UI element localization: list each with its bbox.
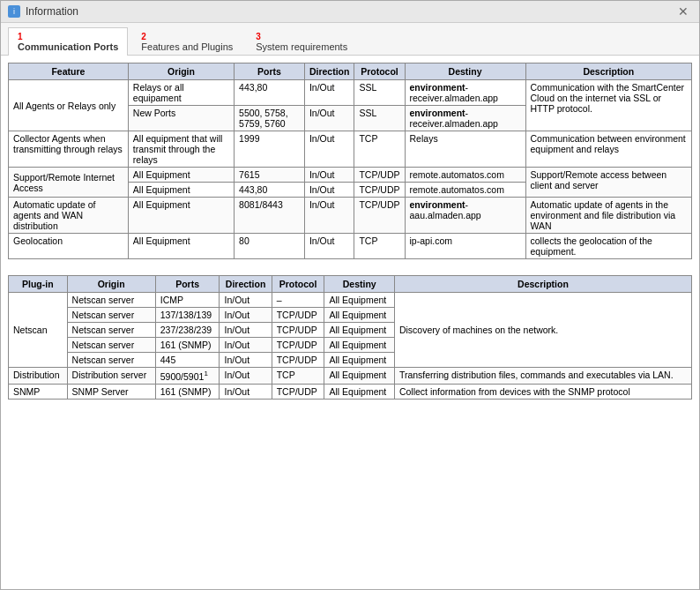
origin-cell: All equipment that will transmit through… — [128, 131, 234, 168]
protocol-cell: TCP/UDP — [272, 384, 324, 399]
destiny-cell: remote.automatos.com — [405, 168, 525, 183]
protocol-cell: TCP/UDP — [272, 338, 324, 353]
table-row: Netscan Netscan server ICMP In/Out – All… — [9, 293, 692, 308]
close-button[interactable]: ✕ — [674, 4, 692, 19]
protocol-cell: TCP/UDP — [354, 198, 405, 234]
description-cell: Transferring distribution files, command… — [394, 368, 691, 385]
tab-system[interactable]: 3 System requirements — [246, 27, 357, 56]
ports-cell: 80 — [235, 234, 305, 259]
protocol-cell: TCP/UDP — [354, 183, 405, 198]
pcol-destiny: Destiny — [324, 276, 394, 293]
protocol-cell: TCP/UDP — [272, 308, 324, 323]
ports-cell: 5900/59011 — [155, 368, 220, 385]
feature-cell: Geolocation — [9, 234, 129, 259]
protocol-cell: TCP — [354, 234, 405, 259]
protocol-cell: TCP — [272, 368, 324, 385]
ports-cell: 161 (SNMP) — [155, 384, 220, 399]
pcol-protocol: Protocol — [272, 276, 324, 293]
origin-cell: Netscan server — [67, 323, 155, 338]
feature-cell: Collector Agents when transmitting throu… — [9, 131, 129, 168]
origin-cell: SNMP Server — [67, 384, 155, 399]
plugin-cell: Netscan — [9, 293, 68, 368]
title-bar: i Information ✕ — [1, 1, 699, 23]
direction-cell: In/Out — [304, 183, 354, 198]
destiny-cell: All Equipment — [324, 293, 394, 308]
destiny-cell: All Equipment — [324, 338, 394, 353]
pcol-plugin: Plug-in — [9, 276, 68, 293]
description-cell: collects the geolocation of the equipmen… — [525, 234, 691, 259]
col-protocol: Protocol — [354, 63, 405, 80]
tab-label-1: Communication Ports — [18, 41, 118, 52]
table-row: Automatic update of agents and WAN distr… — [9, 198, 692, 234]
table-row: Geolocation All Equipment 80 In/Out TCP … — [9, 234, 692, 259]
direction-cell: In/Out — [220, 293, 272, 308]
direction-cell: In/Out — [220, 368, 272, 385]
direction-cell: In/Out — [304, 80, 354, 106]
window-title: Information — [26, 5, 78, 18]
table-row: SNMP SNMP Server 161 (SNMP) In/Out TCP/U… — [9, 384, 692, 399]
table-row: Collector Agents when transmitting throu… — [9, 131, 692, 168]
ports-cell: 445 — [155, 353, 220, 368]
col-description: Description — [525, 63, 691, 80]
direction-cell: In/Out — [304, 106, 354, 131]
plugin-table: Plug-in Origin Ports Direction Protocol … — [8, 275, 692, 400]
ports-cell: 237/238/239 — [155, 323, 220, 338]
origin-cell: Distribution server — [67, 368, 155, 385]
tab-features[interactable]: 2 Features and Plugins — [131, 27, 242, 56]
origin-cell: All Equipment — [128, 198, 234, 234]
direction-cell: In/Out — [220, 353, 272, 368]
ports-cell: 443,80 — [235, 183, 305, 198]
destiny-cell: remote.automatos.com — [405, 183, 525, 198]
pcol-ports: Ports — [155, 276, 220, 293]
ports-cell: ICMP — [155, 293, 220, 308]
content-area: Feature Origin Ports Direction Protocol … — [1, 56, 699, 415]
ports-cell: 161 (SNMP) — [155, 338, 220, 353]
protocol-cell: TCP — [354, 131, 405, 168]
tab-number-2: 2 — [141, 32, 233, 41]
ports-cell: 5500, 5758, 5759, 5760 — [235, 106, 305, 131]
col-destiny: Destiny — [405, 63, 525, 80]
direction-cell: In/Out — [220, 308, 272, 323]
tab-number-3: 3 — [256, 32, 347, 41]
protocol-cell: SSL — [354, 80, 405, 106]
direction-cell: In/Out — [220, 323, 272, 338]
protocol-cell: TCP/UDP — [272, 323, 324, 338]
origin-cell: Netscan server — [67, 338, 155, 353]
protocol-cell: TCP/UDP — [354, 168, 405, 183]
pcol-direction: Direction — [220, 276, 272, 293]
description-cell: Support/Remote access between client and… — [525, 168, 691, 198]
destiny-cell: environment-receiver.almaden.app — [405, 80, 525, 106]
destiny-cell: Relays — [405, 131, 525, 168]
origin-cell: All Equipment — [128, 234, 234, 259]
direction-cell: In/Out — [304, 198, 354, 234]
table-row: Support/Remote Internet Access All Equip… — [9, 168, 692, 183]
destiny-cell: All Equipment — [324, 308, 394, 323]
tab-number-1: 1 — [18, 32, 118, 41]
table-row: Distribution Distribution server 5900/59… — [9, 368, 692, 385]
ports-cell: 443,80 — [235, 80, 305, 106]
protocol-cell: TCP/UDP — [272, 353, 324, 368]
destiny-cell: All Equipment — [324, 384, 394, 399]
feature-cell: All Agents or Relays only — [9, 80, 129, 131]
origin-cell: All Equipment — [128, 168, 234, 183]
tab-communication[interactable]: 1 Communication Ports — [8, 27, 128, 56]
window-icon: i — [8, 5, 20, 18]
ports-cell: 7615 — [235, 168, 305, 183]
col-origin: Origin — [128, 63, 234, 80]
title-bar-left: i Information — [8, 5, 78, 18]
ports-cell: 137/138/139 — [155, 308, 220, 323]
protocol-cell: – — [272, 293, 324, 308]
destiny-cell: All Equipment — [324, 353, 394, 368]
direction-cell: In/Out — [220, 338, 272, 353]
direction-cell: In/Out — [220, 384, 272, 399]
destiny-cell: environment-aau.almaden.app — [405, 198, 525, 234]
tab-label-3: System requirements — [256, 41, 347, 52]
protocol-cell: SSL — [354, 106, 405, 131]
ports-cell: 8081/8443 — [235, 198, 305, 234]
main-table: Feature Origin Ports Direction Protocol … — [8, 63, 692, 259]
origin-cell: Relays or all equipament — [128, 80, 234, 106]
origin-cell: Netscan server — [67, 293, 155, 308]
col-feature: Feature — [9, 63, 129, 80]
col-direction: Direction — [304, 63, 354, 80]
origin-cell: Netscan server — [67, 353, 155, 368]
